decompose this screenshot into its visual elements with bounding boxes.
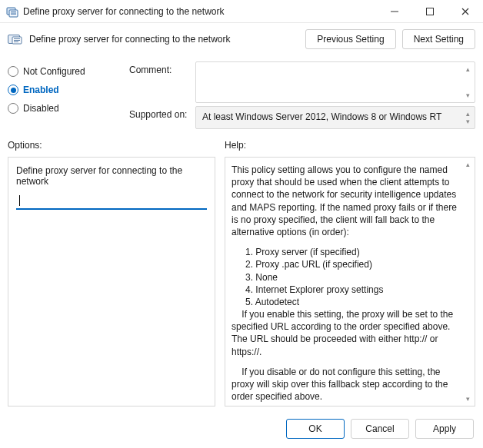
- titlebar: Define proxy server for connecting to th…: [0, 0, 483, 23]
- config-area: Not Configured Enabled Disabled Comment:…: [0, 57, 483, 129]
- help-intro: This policy setting allows you to config…: [232, 164, 458, 238]
- ok-button[interactable]: OK: [286, 419, 345, 439]
- scroll-down-icon[interactable]: ▾: [462, 90, 473, 101]
- policy-icon: [8, 33, 23, 45]
- comment-label: Comment:: [129, 61, 191, 75]
- svg-rect-5: [427, 8, 434, 15]
- scroll-down-icon[interactable]: ▾: [462, 116, 473, 127]
- help-heading: Help:: [225, 140, 475, 151]
- app-icon: [6, 5, 18, 18]
- previous-setting-button[interactable]: Previous Setting: [305, 29, 395, 49]
- svg-rect-8: [14, 38, 20, 39]
- policy-editor-window: Define proxy server for connecting to th…: [0, 0, 483, 448]
- meta-column: Comment: ▴ ▾ Supported on: At least Wind…: [129, 61, 475, 129]
- radio-label: Disabled: [23, 103, 59, 114]
- cancel-button[interactable]: Cancel: [351, 419, 409, 439]
- options-panel: Define proxy server for connecting to th…: [8, 157, 215, 407]
- radio-disabled[interactable]: Disabled: [8, 103, 123, 114]
- dialog-footer: OK Cancel Apply: [0, 413, 483, 448]
- options-heading: Options:: [8, 140, 215, 151]
- list-item: 3. None: [245, 271, 458, 284]
- window-title: Define proxy server for connecting to th…: [23, 6, 224, 17]
- scroll-down-icon[interactable]: ▾: [462, 393, 473, 404]
- supported-on-value: At least Windows Server 2012, Windows 8 …: [202, 111, 441, 122]
- option-field-label: Define proxy server for connecting to th…: [16, 165, 207, 187]
- help-enable: If you enable this setting, the proxy wi…: [232, 308, 458, 358]
- radio-enabled[interactable]: Enabled: [8, 85, 123, 95]
- scroll-up-icon[interactable]: ▴: [462, 64, 473, 75]
- comment-row: Comment: ▴ ▾: [129, 61, 475, 103]
- scroll-up-icon[interactable]: ▴: [462, 159, 473, 170]
- radio-icon: [8, 66, 18, 77]
- next-setting-button[interactable]: Next Setting: [402, 29, 475, 49]
- list-item: 2. Proxy .pac URL (if specified): [245, 258, 458, 270]
- apply-button[interactable]: Apply: [415, 419, 474, 439]
- state-radio-group: Not Configured Enabled Disabled: [8, 61, 123, 129]
- svg-rect-9: [14, 40, 20, 41]
- policy-title: Define proxy server for connecting to th…: [29, 34, 299, 45]
- svg-rect-10: [14, 41, 18, 42]
- proxy-server-input[interactable]: [16, 193, 207, 210]
- comment-textarea[interactable]: ▴ ▾: [195, 61, 475, 103]
- supported-row: Supported on: At least Windows Server 20…: [129, 106, 475, 129]
- list-item: 4. Internet Explorer proxy settings: [245, 284, 458, 296]
- supported-on-box: At least Windows Server 2012, Windows 8 …: [195, 106, 475, 129]
- maximize-button[interactable]: [412, 0, 448, 23]
- radio-not-configured[interactable]: Not Configured: [8, 66, 123, 77]
- panels-row: Define proxy server for connecting to th…: [0, 154, 483, 413]
- radio-icon: [8, 85, 18, 95]
- supported-label: Supported on:: [129, 106, 191, 120]
- list-item: 5. Autodetect: [245, 296, 458, 308]
- panel-labels: Options: Help:: [0, 129, 483, 154]
- radio-icon: [8, 103, 18, 114]
- help-panel: This policy setting allows you to config…: [225, 157, 475, 407]
- help-fallback-list: 1. Proxy server (if specified) 2. Proxy …: [232, 246, 458, 308]
- svg-rect-4: [391, 11, 398, 12]
- radio-label: Not Configured: [23, 66, 85, 77]
- svg-rect-2: [11, 12, 16, 12]
- help-disable: If you disable or do not configure this …: [232, 366, 458, 403]
- header-row: Define proxy server for connecting to th…: [0, 23, 483, 57]
- text-caret: [19, 195, 20, 206]
- minimize-button[interactable]: [377, 0, 412, 23]
- radio-label: Enabled: [23, 85, 59, 95]
- list-item: 1. Proxy server (if specified): [245, 246, 458, 258]
- svg-rect-3: [11, 13, 16, 14]
- close-button[interactable]: [448, 0, 483, 23]
